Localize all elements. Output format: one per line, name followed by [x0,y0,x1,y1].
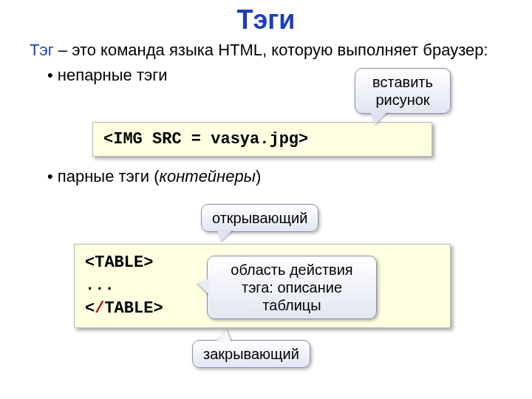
callout-insert-l2: рисунок [375,92,429,108]
callout-scope-l2: тэга: описание [242,279,342,296]
callout-closing-tag: закрывающий [192,340,310,368]
callout-insert-l1: вставить [372,74,433,90]
callout-open-text: открывающий [212,210,307,226]
term: Тэг [30,41,54,59]
callout-close-text: закрывающий [203,346,299,362]
callout-scope-l3: таблицы [262,297,321,313]
paired-suffix: ) [256,167,261,185]
body: Тэг – это команда языка HTML, которую вы… [0,40,532,85]
paired-prefix: парные тэги ( [58,167,160,185]
callout-tail [216,230,233,242]
definition-line: Тэг – это команда языка HTML, которую вы… [30,40,510,61]
callout-insert-image: вставить рисунок [355,68,451,114]
code-box-img: <IMG SRC = vasya.jpg> [92,122,432,157]
page-title: Тэги [0,4,532,35]
close-post: TABLE> [104,299,163,318]
callout-opening-tag: открывающий [201,204,318,232]
callout-scope-l1: область действия [231,262,352,278]
close-pre: < [85,299,95,318]
callout-tail [215,330,231,342]
callout-tail [370,112,388,125]
callout-tail [197,279,209,295]
bullet-paired-wrapper: парные тэги (контейнеры) [30,167,261,186]
bullet-paired: парные тэги (контейнеры) [47,167,261,185]
paired-italic: контейнеры [160,167,256,185]
close-slash: / [95,299,104,318]
callout-scope: область действия тэга: описание таблицы [207,256,377,319]
definition-rest: – это команда языка HTML, которую выполн… [54,41,488,59]
